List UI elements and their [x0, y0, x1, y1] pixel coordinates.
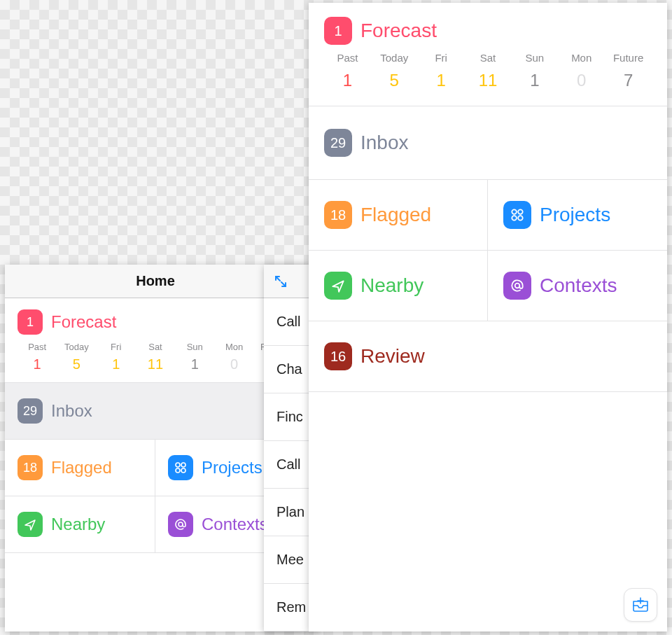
- flagged-badge: 18: [324, 201, 352, 229]
- add-to-inbox-button[interactable]: [624, 588, 657, 622]
- svg-point-0: [176, 463, 180, 467]
- forecast-day[interactable]: Sun1: [175, 342, 214, 372]
- flagged-badge: 18: [18, 455, 43, 480]
- forecast-days: Past1 Today5 Fri1 Sat11 Sun1 Mon0 Future…: [18, 342, 293, 372]
- svg-point-9: [515, 284, 520, 288]
- forecast-label: Forecast: [360, 20, 437, 42]
- contexts-tile[interactable]: Contexts: [488, 251, 667, 321]
- at-sign-icon: [168, 512, 193, 537]
- location-arrow-icon: [18, 512, 43, 537]
- forecast-day[interactable]: Mon0: [214, 342, 253, 372]
- inbox-tile[interactable]: 29 Inbox: [309, 106, 667, 180]
- forecast-tile[interactable]: 1 Forecast Past1 Today5 Fri1 Sat11 Sun1 …: [309, 3, 667, 106]
- svg-point-3: [181, 468, 186, 473]
- inbox-label: Inbox: [51, 401, 92, 421]
- location-arrow-icon: [324, 272, 352, 300]
- svg-point-4: [178, 522, 183, 526]
- expand-icon: [274, 274, 288, 288]
- forecast-day[interactable]: Past1: [324, 52, 371, 90]
- svg-point-2: [176, 468, 180, 473]
- forecast-day[interactable]: Sat11: [465, 52, 512, 90]
- forecast-days: Past1 Today5 Fri1 Sat11 Sun1 Mon0 Future…: [324, 52, 652, 90]
- projects-label: Projects: [202, 458, 262, 477]
- forecast-day[interactable]: Today5: [57, 342, 96, 372]
- inbox-tile[interactable]: 29 Inbox: [5, 383, 306, 440]
- forecast-day[interactable]: Sun1: [511, 52, 558, 90]
- svg-point-8: [518, 216, 523, 221]
- flagged-label: Flagged: [51, 458, 112, 477]
- forecast-day[interactable]: Fri1: [97, 342, 136, 372]
- four-circles-icon: [503, 201, 531, 229]
- svg-point-7: [512, 216, 517, 221]
- contexts-label: Contexts: [540, 274, 617, 297]
- forecast-badge: 1: [18, 309, 43, 335]
- forecast-day[interactable]: Fri1: [418, 52, 465, 90]
- nearby-tile[interactable]: Nearby: [309, 251, 488, 321]
- inbox-badge: 29: [324, 129, 352, 157]
- four-circles-icon: [168, 455, 193, 480]
- at-sign-icon: [503, 272, 531, 300]
- forecast-label: Forecast: [51, 312, 116, 332]
- svg-point-1: [181, 463, 186, 467]
- nearby-label: Nearby: [360, 274, 424, 297]
- phone-home-view: 1 Forecast Past1 Today5 Fri1 Sat11 Sun1 …: [309, 3, 667, 631]
- nearby-label: Nearby: [51, 515, 105, 534]
- review-label: Review: [360, 345, 425, 368]
- forecast-day[interactable]: Past1: [18, 342, 57, 372]
- review-tile[interactable]: 16 Review: [309, 321, 667, 392]
- page-title: Home: [136, 273, 175, 289]
- inbox-badge: 29: [18, 398, 43, 424]
- forecast-day[interactable]: Today5: [371, 52, 418, 90]
- flagged-label: Flagged: [360, 204, 431, 226]
- inbox-plus-icon: [631, 595, 650, 615]
- svg-point-5: [512, 209, 517, 214]
- forecast-day[interactable]: Future7: [605, 52, 652, 90]
- inbox-label: Inbox: [360, 132, 409, 154]
- nearby-tile[interactable]: Nearby: [5, 496, 155, 553]
- svg-point-6: [518, 209, 523, 214]
- flagged-tile[interactable]: 18 Flagged: [309, 180, 488, 251]
- forecast-day[interactable]: Sat11: [136, 342, 175, 372]
- flagged-tile[interactable]: 18 Flagged: [5, 440, 155, 496]
- contexts-label: Contexts: [202, 515, 268, 534]
- forecast-day[interactable]: Mon0: [558, 52, 605, 90]
- forecast-tile[interactable]: 1 Forecast Past1 Today5 Fri1 Sat11 Sun1 …: [5, 298, 306, 383]
- navbar: Home: [5, 265, 306, 298]
- review-badge: 16: [324, 342, 352, 370]
- phone-sidebar-view: Home 1 Forecast Past1 Today5 Fri1 Sat11 …: [5, 265, 306, 631]
- projects-label: Projects: [540, 204, 610, 226]
- forecast-badge: 1: [324, 17, 352, 45]
- projects-tile[interactable]: Projects: [488, 180, 667, 251]
